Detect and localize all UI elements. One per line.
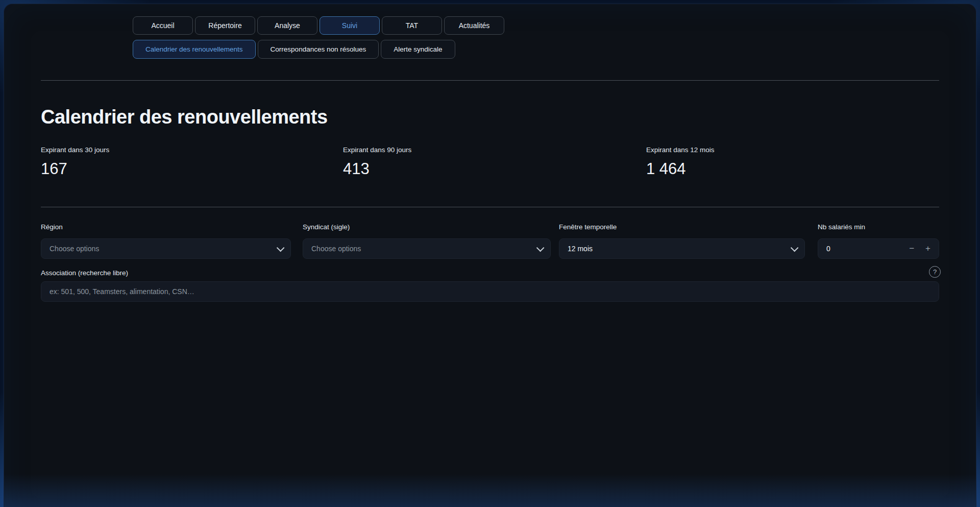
tab-alerte-syndicale[interactable]: Alerte syndicale <box>381 40 455 59</box>
stat-value: 413 <box>343 160 411 178</box>
chevron-down-icon <box>536 244 545 252</box>
app-window: AccueilRépertoireAnalyseSuiviTATActualit… <box>4 4 976 507</box>
chevron-down-icon <box>791 244 799 252</box>
syndicat-select[interactable]: Choose options <box>303 238 551 259</box>
association-search-input[interactable] <box>41 281 939 302</box>
fenetre-select-value: 12 mois <box>568 245 791 253</box>
decrement-button[interactable]: − <box>898 244 914 254</box>
help-icon[interactable]: ? <box>929 266 941 278</box>
chevron-down-icon <box>277 244 285 252</box>
stat-card: Expirant dans 12 mois1 464 <box>646 146 715 178</box>
nb-salaries-label: Nb salariés min <box>818 223 865 231</box>
tab-correspondances-non-resolues[interactable]: Correspondances non résolues <box>258 40 379 59</box>
divider-top <box>41 80 939 81</box>
increment-button[interactable]: + <box>914 244 930 254</box>
stat-label: Expirant dans 30 jours <box>41 146 109 154</box>
region-select[interactable]: Choose options <box>41 238 291 259</box>
tab-suivi[interactable]: Suivi <box>320 16 380 35</box>
stat-label: Expirant dans 12 mois <box>646 146 715 154</box>
syndicat-label: Syndicat (sigle) <box>303 223 350 231</box>
stat-value: 1 464 <box>646 160 715 178</box>
tab-actualites[interactable]: Actualités <box>444 16 504 35</box>
tab-repertoire[interactable]: Répertoire <box>195 16 255 35</box>
stat-label: Expirant dans 90 jours <box>343 146 411 154</box>
nb-salaries-value: 0 <box>826 245 898 253</box>
tab-accueil[interactable]: Accueil <box>133 16 193 35</box>
region-label: Région <box>41 223 63 231</box>
page-title: Calendrier des renouvellements <box>41 106 328 128</box>
stat-card: Expirant dans 90 jours413 <box>343 146 411 178</box>
stat-value: 167 <box>41 160 109 178</box>
divider-filters <box>41 207 939 207</box>
sub-nav: Calendrier des renouvellementsCorrespond… <box>133 40 455 59</box>
renewals-bar-chart: Nb conventions 0100200300400 <box>4 331 976 507</box>
fenetre-select[interactable]: 12 mois <box>559 238 805 259</box>
stat-card: Expirant dans 30 jours167 <box>41 146 109 178</box>
association-label: Association (recherche libre) <box>41 269 128 277</box>
tab-analyse[interactable]: Analyse <box>257 16 317 35</box>
tab-tat[interactable]: TAT <box>382 16 442 35</box>
region-select-value: Choose options <box>50 245 277 253</box>
nb-salaries-stepper[interactable]: 0 − + <box>818 238 939 259</box>
fenetre-label: Fenêtre temporelle <box>559 223 617 231</box>
syndicat-select-value: Choose options <box>311 245 536 253</box>
main-nav: AccueilRépertoireAnalyseSuiviTATActualit… <box>133 16 504 35</box>
tab-calendrier-des-renouvellements[interactable]: Calendrier des renouvellements <box>133 40 256 59</box>
